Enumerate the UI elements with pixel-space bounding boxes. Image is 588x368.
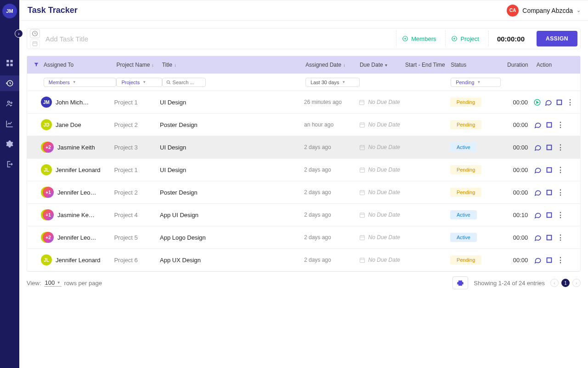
chevron-down-icon[interactable]: ⌄ [577, 7, 581, 13]
page-number[interactable]: 1 [561, 279, 570, 287]
assigned-date: 2 days ago [304, 257, 359, 263]
stop-button[interactable] [545, 256, 553, 264]
prev-page-button[interactable]: ‹ [550, 279, 559, 287]
profile-avatar[interactable]: JM [2, 4, 17, 18]
grid-icon [6, 59, 14, 67]
stop-button[interactable] [545, 121, 553, 129]
next-page-button[interactable]: › [572, 279, 581, 287]
col-project[interactable]: Project Name↓ [117, 62, 162, 68]
company-name[interactable]: Company Abzcda [522, 7, 573, 14]
chat-icon [534, 166, 542, 174]
nav-reports[interactable] [0, 116, 19, 132]
table-row[interactable]: JLJennifer LeonardProject 6App UX Design… [27, 249, 580, 271]
rows-per-page-select[interactable]: 100▼ [44, 279, 62, 287]
add-members-button[interactable]: Members [396, 31, 441, 46]
add-project-button[interactable]: Project [445, 31, 484, 46]
table-row[interactable]: +1Jennifer Leo…Project 2Poster Design2 d… [27, 181, 580, 204]
sidebar: JM › [0, 0, 19, 368]
duration: 00:00 [501, 144, 528, 151]
col-duration[interactable]: Duration [501, 62, 528, 68]
duration: 00:10 [501, 212, 528, 218]
nav-dashboard[interactable] [0, 55, 19, 71]
expand-sidebar-button[interactable]: › [15, 29, 23, 38]
chat-button[interactable] [533, 211, 542, 219]
svg-rect-12 [360, 100, 364, 104]
assign-button[interactable]: ASSIGN [537, 31, 577, 46]
more-button[interactable]: ⋮ [556, 143, 565, 151]
chat-button[interactable] [533, 166, 542, 174]
chat-button[interactable] [533, 188, 542, 196]
chart-icon [6, 120, 14, 128]
more-button[interactable]: ⋮ [556, 188, 565, 196]
schedule-icon[interactable] [30, 39, 40, 48]
more-button[interactable]: ⋮ [556, 233, 565, 242]
title-search[interactable] [162, 78, 206, 87]
sort-arrow-icon: ↓ [152, 63, 154, 68]
chat-button[interactable] [544, 98, 552, 106]
print-button[interactable] [452, 276, 468, 289]
sort-arrow-icon: ↓ [343, 63, 345, 68]
filter-row: Members▼ Projects▼ Last 30 days▼ Pending… [27, 74, 580, 91]
chat-button[interactable] [533, 121, 542, 129]
col-action: Action [528, 62, 574, 68]
projects-filter[interactable]: Projects▼ [116, 78, 162, 87]
chat-button[interactable] [533, 143, 542, 151]
company-avatar[interactable]: CA [507, 5, 519, 17]
table-row[interactable]: +1Jasmine Ke…Project 4App UI Design2 day… [27, 204, 580, 226]
table-row[interactable]: JDJane DoeProject 2Poster Designan hour … [27, 114, 580, 136]
col-assigned-to[interactable]: Assigned To [44, 62, 117, 68]
project-name: Project 6 [114, 257, 160, 264]
recent-icon[interactable] [30, 29, 40, 38]
stop-button[interactable] [555, 98, 563, 106]
stop-button[interactable] [545, 188, 553, 196]
filter-icon[interactable] [34, 62, 39, 69]
task-title-input[interactable] [45, 35, 392, 43]
svg-rect-27 [360, 258, 364, 262]
svg-rect-8 [33, 42, 37, 46]
svg-rect-25 [360, 236, 364, 240]
table-row[interactable]: JMJohn Mich…Project 1UI Design26 minutes… [27, 91, 580, 114]
due-date: No Due Date [359, 121, 405, 128]
chat-button[interactable] [533, 233, 542, 242]
stop-icon [555, 98, 563, 106]
date-range-filter[interactable]: Last 30 days▼ [305, 78, 360, 87]
project-name: Project 5 [114, 234, 160, 241]
calendar-icon [359, 121, 366, 128]
more-button[interactable]: ⋮ [556, 256, 565, 264]
chat-button[interactable] [533, 256, 542, 264]
task-title: UI Design [160, 167, 304, 173]
assignee-name: Jennifer Leonard [56, 257, 101, 264]
col-due-date[interactable]: Due Date▾ [360, 62, 405, 68]
col-title[interactable]: Title↓ [162, 62, 305, 68]
more-button[interactable]: ⋮ [556, 211, 565, 219]
stop-button[interactable] [545, 143, 553, 151]
more-button[interactable]: ⋮ [556, 121, 565, 129]
nav-time[interactable] [0, 75, 19, 91]
more-button[interactable]: ⋮ [556, 166, 565, 174]
more-button[interactable]: ⋮ [566, 98, 574, 106]
stop-button[interactable] [545, 211, 553, 219]
col-times[interactable]: Start - End Time [405, 62, 451, 68]
nav-people[interactable] [0, 96, 19, 111]
stop-button[interactable] [545, 166, 553, 174]
svg-rect-15 [360, 123, 364, 127]
due-date: No Due Date [359, 212, 405, 218]
chat-icon [534, 189, 542, 196]
members-filter[interactable]: Members▼ [44, 78, 117, 87]
assignee-name: Jennifer Leonard [56, 167, 101, 173]
assigned-date: 2 days ago [304, 212, 359, 218]
nav-settings[interactable] [0, 136, 19, 152]
status-filter[interactable]: Pending▼ [451, 78, 501, 87]
table-row[interactable]: +2Jasmine KeithProject 3UI Design2 days … [27, 136, 580, 159]
table-header: Assigned To Project Name↓ Title↓ Assigne… [27, 56, 580, 74]
play-button[interactable] [533, 98, 541, 106]
title-search-input[interactable] [173, 80, 200, 85]
col-assigned-date[interactable]: Assigned Date↓ [305, 62, 360, 68]
task-entry-bar: Members Project 00:00:00 ASSIGN [27, 28, 581, 49]
table-row[interactable]: JLJennifer LeonardProject 1UI Design2 da… [27, 159, 580, 181]
plus-circle-icon [451, 35, 458, 42]
table-row[interactable]: +2Jennifer Leo…Project 5App Logo Design2… [27, 226, 580, 249]
col-status[interactable]: Status [451, 62, 501, 68]
nav-logout[interactable] [0, 156, 19, 172]
stop-button[interactable] [545, 233, 553, 242]
